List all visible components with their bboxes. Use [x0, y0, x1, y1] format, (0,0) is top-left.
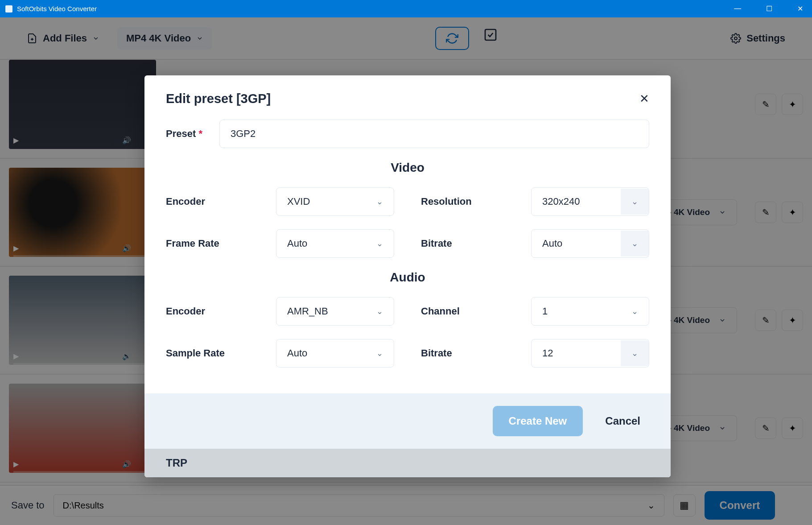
chevron-down-icon: ⌄ — [366, 231, 394, 256]
audio-encoder-label: Encoder — [166, 306, 276, 317]
samplerate-label: Sample Rate — [166, 347, 276, 359]
modal-title: Edit preset [3GP] — [166, 91, 271, 106]
close-button[interactable]: ✕ — [794, 4, 807, 13]
app-icon — [5, 5, 12, 12]
cancel-button[interactable]: Cancel — [596, 406, 649, 436]
video-bitrate-select[interactable]: Auto ⌄ — [531, 229, 649, 258]
video-bitrate-label: Bitrate — [421, 238, 531, 249]
video-section-title: Video — [166, 161, 649, 175]
chevron-down-icon: ⌄ — [621, 298, 649, 324]
resolution-select[interactable]: 320x240 ⌄ — [531, 187, 649, 216]
audio-encoder-select[interactable]: AMR_NB ⌄ — [276, 297, 394, 326]
resolution-label: Resolution — [421, 196, 531, 207]
audio-bitrate-select[interactable]: 12 ⌄ — [531, 339, 649, 368]
chevron-down-icon: ⌄ — [621, 231, 649, 256]
app-title: SoftOrbits Video Converter — [17, 5, 97, 12]
modal-close-button[interactable]: ✕ — [639, 92, 649, 106]
main-area: Add Files MP4 4K Video Settings ▶ 🔊 — [0, 17, 812, 525]
video-encoder-label: Encoder — [166, 196, 276, 207]
create-new-button[interactable]: Create New — [493, 406, 583, 436]
chevron-down-icon: ⌄ — [366, 189, 394, 215]
preset-name-input[interactable] — [219, 120, 649, 148]
titlebar: SoftOrbits Video Converter — ☐ ✕ — [0, 0, 812, 17]
framerate-select[interactable]: Auto ⌄ — [276, 229, 394, 258]
audio-bitrate-label: Bitrate — [421, 347, 531, 359]
list-item[interactable]: TRP — [144, 449, 671, 477]
chevron-down-icon: ⌄ — [366, 298, 394, 324]
channel-label: Channel — [421, 306, 531, 317]
minimize-button[interactable]: — — [730, 4, 745, 13]
preset-label: Preset * — [166, 128, 219, 140]
audio-section-title: Audio — [166, 270, 649, 285]
chevron-down-icon: ⌄ — [621, 340, 649, 366]
edit-preset-modal: Edit preset [3GP] ✕ Preset * Video Encod… — [144, 75, 671, 477]
chevron-down-icon: ⌄ — [366, 340, 394, 366]
framerate-label: Frame Rate — [166, 238, 276, 249]
channel-select[interactable]: 1 ⌄ — [531, 297, 649, 326]
chevron-down-icon: ⌄ — [621, 189, 649, 215]
maximize-button[interactable]: ☐ — [763, 4, 776, 13]
video-encoder-select[interactable]: XVID ⌄ — [276, 187, 394, 216]
samplerate-select[interactable]: Auto ⌄ — [276, 339, 394, 368]
